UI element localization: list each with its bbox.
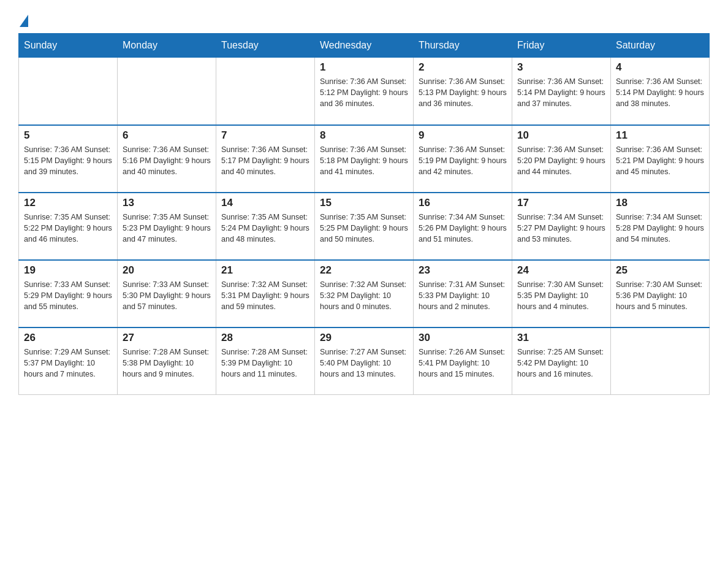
calendar-cell: 29Sunrise: 7:27 AM Sunset: 5:40 PM Dayli… <box>315 327 414 395</box>
calendar-cell: 3Sunrise: 7:36 AM Sunset: 5:14 PM Daylig… <box>512 58 611 125</box>
day-number: 17 <box>517 197 605 209</box>
logo-triangle-icon <box>20 15 28 27</box>
day-info: Sunrise: 7:28 AM Sunset: 5:39 PM Dayligh… <box>221 347 309 380</box>
day-number: 26 <box>24 332 112 344</box>
day-info: Sunrise: 7:35 AM Sunset: 5:25 PM Dayligh… <box>320 212 408 245</box>
day-of-week-header: Sunday <box>19 34 118 58</box>
day-info: Sunrise: 7:25 AM Sunset: 5:42 PM Dayligh… <box>517 347 605 380</box>
calendar-cell <box>216 58 315 125</box>
day-info: Sunrise: 7:34 AM Sunset: 5:27 PM Dayligh… <box>517 212 605 245</box>
day-number: 14 <box>221 197 309 209</box>
day-info: Sunrise: 7:36 AM Sunset: 5:19 PM Dayligh… <box>419 144 507 177</box>
day-info: Sunrise: 7:36 AM Sunset: 5:12 PM Dayligh… <box>320 76 408 109</box>
calendar-cell <box>118 58 216 125</box>
logo <box>18 12 28 27</box>
day-number: 24 <box>517 264 605 277</box>
day-number: 20 <box>123 264 211 277</box>
day-number: 22 <box>320 264 408 277</box>
calendar-week-row: 5Sunrise: 7:36 AM Sunset: 5:15 PM Daylig… <box>19 125 710 193</box>
day-number: 29 <box>320 332 408 344</box>
calendar-cell: 11Sunrise: 7:36 AM Sunset: 5:21 PM Dayli… <box>611 125 710 193</box>
calendar-cell: 23Sunrise: 7:31 AM Sunset: 5:33 PM Dayli… <box>414 260 512 327</box>
calendar-cell: 13Sunrise: 7:35 AM Sunset: 5:23 PM Dayli… <box>118 193 216 260</box>
calendar-cell <box>19 58 118 125</box>
calendar-cell: 5Sunrise: 7:36 AM Sunset: 5:15 PM Daylig… <box>19 125 118 193</box>
day-info: Sunrise: 7:35 AM Sunset: 5:22 PM Dayligh… <box>24 212 112 245</box>
calendar-cell: 24Sunrise: 7:30 AM Sunset: 5:35 PM Dayli… <box>512 260 611 327</box>
day-number: 19 <box>24 264 112 277</box>
day-of-week-header: Monday <box>118 34 216 58</box>
day-info: Sunrise: 7:36 AM Sunset: 5:14 PM Dayligh… <box>616 76 704 109</box>
day-info: Sunrise: 7:30 AM Sunset: 5:35 PM Dayligh… <box>517 279 605 312</box>
day-info: Sunrise: 7:36 AM Sunset: 5:17 PM Dayligh… <box>221 144 309 177</box>
calendar-week-row: 1Sunrise: 7:36 AM Sunset: 5:12 PM Daylig… <box>19 58 710 125</box>
calendar-table: SundayMondayTuesdayWednesdayThursdayFrid… <box>18 33 710 395</box>
day-info: Sunrise: 7:32 AM Sunset: 5:32 PM Dayligh… <box>320 279 408 312</box>
day-info: Sunrise: 7:36 AM Sunset: 5:21 PM Dayligh… <box>616 144 704 177</box>
calendar-cell: 22Sunrise: 7:32 AM Sunset: 5:32 PM Dayli… <box>315 260 414 327</box>
day-number: 5 <box>24 129 112 142</box>
day-of-week-header: Thursday <box>414 34 512 58</box>
day-of-week-header: Saturday <box>611 34 710 58</box>
calendar-week-row: 26Sunrise: 7:29 AM Sunset: 5:37 PM Dayli… <box>19 327 710 395</box>
day-number: 1 <box>320 61 408 74</box>
day-number: 15 <box>320 197 408 209</box>
calendar-cell: 7Sunrise: 7:36 AM Sunset: 5:17 PM Daylig… <box>216 125 315 193</box>
calendar-cell: 6Sunrise: 7:36 AM Sunset: 5:16 PM Daylig… <box>118 125 216 193</box>
day-number: 11 <box>616 129 704 142</box>
calendar-cell: 16Sunrise: 7:34 AM Sunset: 5:26 PM Dayli… <box>414 193 512 260</box>
day-info: Sunrise: 7:34 AM Sunset: 5:28 PM Dayligh… <box>616 212 704 245</box>
day-info: Sunrise: 7:30 AM Sunset: 5:36 PM Dayligh… <box>616 279 704 312</box>
day-info: Sunrise: 7:36 AM Sunset: 5:18 PM Dayligh… <box>320 144 408 177</box>
day-of-week-header: Wednesday <box>315 34 414 58</box>
calendar-cell: 30Sunrise: 7:26 AM Sunset: 5:41 PM Dayli… <box>414 327 512 395</box>
day-number: 9 <box>419 129 507 142</box>
calendar-cell: 18Sunrise: 7:34 AM Sunset: 5:28 PM Dayli… <box>611 193 710 260</box>
calendar-cell: 4Sunrise: 7:36 AM Sunset: 5:14 PM Daylig… <box>611 58 710 125</box>
day-info: Sunrise: 7:36 AM Sunset: 5:14 PM Dayligh… <box>517 76 605 109</box>
calendar-header-row: SundayMondayTuesdayWednesdayThursdayFrid… <box>19 34 710 58</box>
page-header <box>18 12 710 27</box>
day-info: Sunrise: 7:31 AM Sunset: 5:33 PM Dayligh… <box>419 279 507 312</box>
day-number: 16 <box>419 197 507 209</box>
day-number: 12 <box>24 197 112 209</box>
day-of-week-header: Tuesday <box>216 34 315 58</box>
day-number: 10 <box>517 129 605 142</box>
calendar-week-row: 19Sunrise: 7:33 AM Sunset: 5:29 PM Dayli… <box>19 260 710 327</box>
day-number: 6 <box>123 129 211 142</box>
day-info: Sunrise: 7:36 AM Sunset: 5:20 PM Dayligh… <box>517 144 605 177</box>
day-number: 23 <box>419 264 507 277</box>
day-number: 28 <box>221 332 309 344</box>
day-number: 8 <box>320 129 408 142</box>
calendar-cell: 2Sunrise: 7:36 AM Sunset: 5:13 PM Daylig… <box>414 58 512 125</box>
day-info: Sunrise: 7:36 AM Sunset: 5:15 PM Dayligh… <box>24 144 112 177</box>
calendar-cell: 21Sunrise: 7:32 AM Sunset: 5:31 PM Dayli… <box>216 260 315 327</box>
calendar-week-row: 12Sunrise: 7:35 AM Sunset: 5:22 PM Dayli… <box>19 193 710 260</box>
calendar-cell: 8Sunrise: 7:36 AM Sunset: 5:18 PM Daylig… <box>315 125 414 193</box>
day-number: 7 <box>221 129 309 142</box>
calendar-cell: 26Sunrise: 7:29 AM Sunset: 5:37 PM Dayli… <box>19 327 118 395</box>
day-info: Sunrise: 7:35 AM Sunset: 5:24 PM Dayligh… <box>221 212 309 245</box>
day-of-week-header: Friday <box>512 34 611 58</box>
calendar-cell: 27Sunrise: 7:28 AM Sunset: 5:38 PM Dayli… <box>118 327 216 395</box>
day-info: Sunrise: 7:29 AM Sunset: 5:37 PM Dayligh… <box>24 347 112 380</box>
day-number: 30 <box>419 332 507 344</box>
calendar-cell: 19Sunrise: 7:33 AM Sunset: 5:29 PM Dayli… <box>19 260 118 327</box>
day-number: 21 <box>221 264 309 277</box>
day-info: Sunrise: 7:32 AM Sunset: 5:31 PM Dayligh… <box>221 279 309 312</box>
day-info: Sunrise: 7:26 AM Sunset: 5:41 PM Dayligh… <box>419 347 507 380</box>
day-number: 13 <box>123 197 211 209</box>
calendar-cell: 10Sunrise: 7:36 AM Sunset: 5:20 PM Dayli… <box>512 125 611 193</box>
calendar-cell: 9Sunrise: 7:36 AM Sunset: 5:19 PM Daylig… <box>414 125 512 193</box>
day-info: Sunrise: 7:35 AM Sunset: 5:23 PM Dayligh… <box>123 212 211 245</box>
calendar-cell: 14Sunrise: 7:35 AM Sunset: 5:24 PM Dayli… <box>216 193 315 260</box>
day-number: 4 <box>616 61 704 74</box>
day-info: Sunrise: 7:27 AM Sunset: 5:40 PM Dayligh… <box>320 347 408 380</box>
day-number: 18 <box>616 197 704 209</box>
day-info: Sunrise: 7:33 AM Sunset: 5:29 PM Dayligh… <box>24 279 112 312</box>
calendar-cell: 25Sunrise: 7:30 AM Sunset: 5:36 PM Dayli… <box>611 260 710 327</box>
day-number: 25 <box>616 264 704 277</box>
day-number: 3 <box>517 61 605 74</box>
calendar-cell: 31Sunrise: 7:25 AM Sunset: 5:42 PM Dayli… <box>512 327 611 395</box>
calendar-cell: 1Sunrise: 7:36 AM Sunset: 5:12 PM Daylig… <box>315 58 414 125</box>
